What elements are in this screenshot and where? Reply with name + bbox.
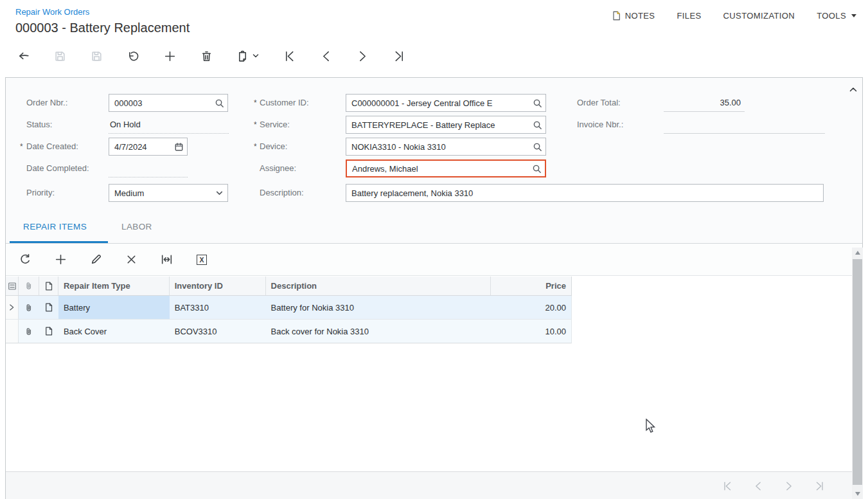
breadcrumb[interactable]: Repair Work Orders (15, 7, 89, 17)
cell-inventory-id[interactable]: BCOV3310 (170, 320, 266, 343)
device-label: Device: (260, 138, 287, 156)
scrollbar-thumb[interactable] (853, 259, 862, 485)
first-record-button[interactable] (282, 49, 296, 63)
cell-inventory-id[interactable]: BAT3310 (170, 296, 266, 319)
vertical-scrollbar[interactable] (852, 248, 863, 499)
chevron-right-icon (783, 480, 795, 492)
fit-to-screen-button[interactable] (159, 253, 173, 267)
triangle-down-icon (855, 492, 860, 496)
insert-button[interactable] (163, 49, 177, 63)
pager-next-button[interactable] (783, 480, 795, 492)
column-header-repair-item-type[interactable]: Repair Item Type (58, 277, 170, 295)
tools-button[interactable]: TOOLS (817, 11, 856, 21)
last-page-icon (814, 480, 826, 492)
attachments-column-header[interactable] (19, 277, 39, 295)
excel-icon: X (197, 255, 207, 265)
next-record-button[interactable] (355, 49, 369, 63)
pager-last-button[interactable] (814, 480, 826, 492)
lookup-button[interactable] (530, 162, 543, 175)
save-close-icon (53, 50, 67, 63)
chevron-down-icon (215, 189, 224, 197)
description-input[interactable] (346, 185, 823, 201)
customization-button[interactable]: CUSTOMIZATION (723, 11, 795, 21)
pager-previous-button[interactable] (752, 480, 764, 492)
lookup-button[interactable] (531, 140, 544, 153)
top-menu: NOTES FILES CUSTOMIZATION TOOLS (611, 10, 856, 21)
summary-form: Order Nbr.: Status: On Hold * Date Creat… (6, 78, 862, 243)
chevron-left-icon (319, 50, 333, 63)
lookup-button[interactable] (213, 96, 226, 109)
tab-labor[interactable]: LABOR (121, 222, 152, 231)
attachment-cell[interactable] (19, 320, 39, 343)
back-arrow-icon (17, 50, 30, 63)
cancel-button[interactable] (126, 49, 140, 63)
column-header-price[interactable]: Price (491, 277, 571, 295)
column-header-inventory-id[interactable]: Inventory ID (170, 277, 266, 295)
column-header-description[interactable]: Description (266, 277, 492, 295)
note-cell[interactable] (39, 296, 58, 319)
magnifier-icon (532, 120, 543, 131)
table-row[interactable]: Battery BAT3310 Battery for Nokia 3310 2… (6, 296, 572, 320)
edit-row-button[interactable] (89, 253, 103, 267)
service-input[interactable] (346, 116, 545, 133)
paperclip-icon (24, 327, 33, 336)
priority-select[interactable] (109, 184, 228, 202)
save-button[interactable] (89, 49, 103, 63)
last-record-button[interactable] (392, 49, 406, 63)
pencil-icon (89, 253, 103, 266)
customer-id-field (346, 94, 546, 112)
priority-label: Priority: (26, 184, 55, 202)
notes-label: NOTES (625, 11, 655, 21)
trash-icon (200, 50, 213, 63)
device-field (346, 138, 546, 156)
repair-items-grid: Repair Item Type Inventory ID Descriptio… (6, 277, 572, 343)
attachment-cell[interactable] (19, 296, 39, 319)
cell-repair-item-type[interactable]: Battery (58, 296, 170, 319)
save-and-close-button[interactable] (53, 49, 67, 63)
cell-price[interactable]: 10.00 (491, 320, 571, 343)
lookup-button[interactable] (531, 118, 544, 131)
table-row[interactable]: Back Cover BCOV3310 Back cover for Nokia… (6, 320, 572, 343)
select-chevron-button[interactable] (213, 186, 226, 199)
collapse-summary-button[interactable] (847, 84, 859, 95)
export-to-excel-button[interactable]: X (195, 253, 209, 267)
cell-description[interactable]: Battery for Nokia 3310 (266, 296, 492, 319)
repair-work-orders-screen: Repair Work Orders 000003 - Battery Repl… (0, 0, 868, 499)
cell-description[interactable]: Back cover for Nokia 3310 (266, 320, 492, 343)
pager-first-button[interactable] (722, 480, 733, 492)
priority-input[interactable] (109, 185, 227, 201)
required-marker: * (254, 116, 257, 134)
status-value: On Hold (109, 116, 229, 134)
customer-id-input[interactable] (346, 95, 545, 111)
assignee-input[interactable] (347, 161, 545, 176)
add-row-button[interactable] (53, 253, 67, 267)
copy-paste-button[interactable] (236, 50, 260, 63)
cell-repair-item-type[interactable]: Back Cover (58, 320, 170, 343)
document-panel: Order Nbr.: Status: On Hold * Date Creat… (5, 77, 863, 499)
record-toolbar (16, 49, 406, 63)
lookup-button[interactable] (531, 96, 544, 109)
delete-button[interactable] (199, 49, 213, 63)
device-input[interactable] (346, 138, 545, 155)
calendar-button[interactable] (172, 140, 185, 153)
scroll-up-button[interactable] (852, 248, 863, 258)
chevron-down-icon (252, 52, 260, 60)
note-cell[interactable] (39, 320, 58, 343)
scroll-down-button[interactable] (852, 489, 863, 499)
order-nbr-input[interactable] (109, 95, 227, 111)
delete-row-button[interactable] (124, 253, 138, 267)
chevron-right-icon (356, 50, 369, 63)
previous-record-button[interactable] (319, 49, 333, 63)
note-icon (611, 10, 621, 21)
chevron-up-icon (848, 84, 858, 95)
cell-price[interactable]: 20.00 (491, 296, 571, 319)
tab-repair-items[interactable]: REPAIR ITEMS (23, 222, 87, 231)
notes-column-header[interactable] (39, 277, 58, 295)
undo-icon (127, 50, 140, 63)
go-back-button[interactable] (16, 49, 30, 63)
row-settings-header[interactable] (6, 277, 19, 295)
notes-button[interactable]: NOTES (611, 10, 655, 21)
files-button[interactable]: FILES (677, 11, 701, 21)
magnifier-icon (214, 98, 225, 109)
refresh-button[interactable] (18, 253, 32, 267)
